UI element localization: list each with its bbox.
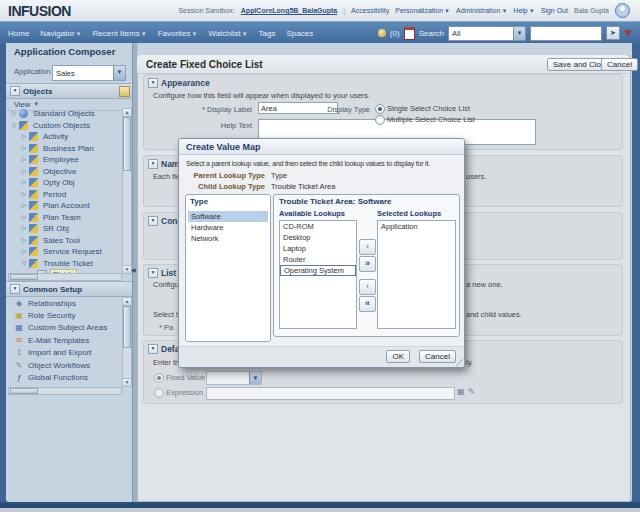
tree-item-opty-obj[interactable]: ▷ Opty Obj: [8, 177, 122, 189]
type-item-network[interactable]: Network: [188, 233, 268, 244]
tree-item-custom-objects[interactable]: ▽ Custom Objects: [8, 120, 122, 132]
nav-favorites[interactable]: Favorites▼: [158, 29, 198, 38]
expand-icon[interactable]: ▷: [20, 143, 28, 155]
edit-icon[interactable]: ✎: [468, 387, 475, 396]
sidebar-item-role-security[interactable]: ▣ Role Security: [6, 309, 120, 321]
scrollbar-thumb[interactable]: [10, 274, 38, 280]
collapse-panel-icon[interactable]: ◀: [131, 266, 136, 273]
tree-item-trouble-ticket[interactable]: ▽ Trouble Ticket: [8, 258, 122, 270]
scroll-down-icon[interactable]: ▼: [123, 265, 131, 273]
setup-vertical-scrollbar[interactable]: ▲ ▼: [122, 297, 132, 387]
nav-tags[interactable]: Tags: [259, 29, 276, 38]
expression-radio[interactable]: [154, 388, 164, 398]
collapse-icon[interactable]: ▼: [148, 159, 158, 169]
tree-item-service-request[interactable]: ▷ Service Request: [8, 246, 122, 258]
notifications-bell-icon[interactable]: [378, 29, 386, 37]
scrollbar-thumb[interactable]: [10, 388, 38, 394]
single-select-label[interactable]: Single Select Choice List: [387, 104, 470, 113]
cancel-button[interactable]: Cancel: [601, 58, 638, 71]
list-item-application[interactable]: Application: [378, 221, 455, 232]
list-item-operating-system[interactable]: Operating System: [280, 265, 356, 276]
tree-item-sales-tool[interactable]: ▷ Sales Tool: [8, 235, 122, 247]
tree-item-period[interactable]: ▷ Period: [8, 189, 122, 201]
tree-vertical-scrollbar[interactable]: ▲ ▼: [122, 108, 132, 274]
fixed-value-select[interactable]: ▼: [206, 371, 262, 385]
chevron-down-icon[interactable]: ▼: [113, 66, 125, 80]
collapse-icon[interactable]: ▼: [148, 78, 158, 88]
chevron-down-icon[interactable]: ▼: [513, 27, 525, 40]
common-setup-section-header[interactable]: ▼ Common Setup: [6, 281, 136, 297]
nav-navigator[interactable]: Navigator▼: [40, 29, 81, 38]
search-go-icon[interactable]: ➤: [606, 26, 620, 40]
sidebar-item-object-workflows[interactable]: ✎ Object Workflows: [6, 359, 120, 371]
expand-icon[interactable]: ▷: [10, 108, 18, 120]
appearance-header[interactable]: ▼ Appearance: [148, 78, 210, 88]
nav-watchlist[interactable]: Watchlist▼: [209, 29, 248, 38]
scroll-down-icon[interactable]: ▼: [123, 378, 131, 386]
sidebar-item-import-export[interactable]: ↥ Import and Export: [6, 347, 120, 359]
expand-icon[interactable]: ▷: [20, 223, 28, 235]
scroll-up-icon[interactable]: ▲: [123, 298, 131, 306]
remove-all-icon[interactable]: «: [359, 296, 376, 312]
sidebar-item-relationships[interactable]: ◈ Relationships: [6, 297, 120, 309]
scroll-up-icon[interactable]: ▲: [123, 109, 131, 117]
new-object-icon[interactable]: [119, 86, 130, 97]
selected-lookups-list[interactable]: Application: [377, 220, 456, 329]
expand-icon[interactable]: ▷: [20, 235, 28, 247]
expand-icon[interactable]: ▷: [20, 212, 28, 224]
search-input[interactable]: [530, 26, 602, 41]
sidebar-item-global-functions[interactable]: ƒ Global Functions: [6, 371, 120, 383]
search-scope-select[interactable]: All ▼: [448, 26, 526, 41]
tree-item-objective[interactable]: ▷ Objective: [8, 166, 122, 178]
setup-horizontal-scrollbar[interactable]: [8, 387, 122, 395]
nav-home[interactable]: Home: [8, 29, 29, 38]
tree-item-plan-team[interactable]: ▷ Plan Team: [8, 212, 122, 224]
objects-section-header[interactable]: ▼ Objects: [6, 83, 136, 99]
fixed-value-label[interactable]: Fixed Value: [166, 373, 205, 382]
accessibility-link[interactable]: Accessibility: [351, 7, 389, 14]
list-item-desktop[interactable]: Desktop: [280, 232, 356, 243]
expand-icon[interactable]: ▷: [20, 154, 28, 166]
collapse-icon[interactable]: ▼: [10, 86, 20, 96]
help-menu[interactable]: Help▼: [513, 7, 534, 14]
advanced-search-icon[interactable]: [624, 30, 632, 36]
scrollbar-thumb[interactable]: [123, 117, 131, 171]
fixed-value-radio[interactable]: [154, 373, 164, 383]
dialog-title-bar[interactable]: Create Value Map: [179, 139, 464, 155]
list-item-laptop[interactable]: Laptop: [280, 243, 356, 254]
move-all-icon[interactable]: »: [359, 256, 376, 272]
tree-item-standard-objects[interactable]: ▷ Standard Objects: [8, 108, 122, 120]
sidebar-item-custom-subject-areas[interactable]: ▦ Custom Subject Areas: [6, 322, 120, 334]
scrollbar-thumb[interactable]: [123, 306, 131, 348]
chevron-down-icon[interactable]: ▼: [249, 372, 261, 384]
tree-item-employee[interactable]: ▷ Employee: [8, 154, 122, 166]
person-icon[interactable]: [615, 3, 630, 18]
collapse-icon[interactable]: ▽: [10, 120, 18, 132]
tree-item-activity[interactable]: ▷ Activity: [8, 131, 122, 143]
tree-item-plan-account[interactable]: ▷ Plan Account: [8, 200, 122, 212]
sign-out-link[interactable]: Sign Out: [541, 7, 568, 14]
calendar-icon[interactable]: [404, 27, 415, 40]
single-select-radio[interactable]: [375, 104, 385, 114]
nav-spaces[interactable]: Spaces: [287, 29, 314, 38]
sidebar-item-email-templates[interactable]: ✉ E-Mail Templates: [6, 334, 120, 346]
ok-button[interactable]: OK: [386, 350, 410, 363]
nav-recent-items[interactable]: Recent Items▼: [93, 29, 147, 38]
list-item-cdrom[interactable]: CD-ROM: [280, 221, 356, 232]
multiple-select-label[interactable]: Multiple Select Choice List: [387, 115, 475, 124]
administration-menu[interactable]: Administration▼: [456, 7, 507, 14]
expression-editor-icon[interactable]: ▦: [457, 387, 465, 396]
expand-icon[interactable]: ▷: [20, 131, 28, 143]
expand-icon[interactable]: ▷: [20, 177, 28, 189]
move-icon[interactable]: ›: [359, 239, 376, 255]
type-item-software[interactable]: Software: [188, 211, 268, 222]
expand-icon[interactable]: ▷: [20, 189, 28, 201]
dialog-cancel-button[interactable]: Cancel: [419, 350, 456, 363]
remove-icon[interactable]: ‹: [359, 279, 376, 295]
collapse-icon[interactable]: ▽: [20, 258, 28, 270]
tree-horizontal-scrollbar[interactable]: [8, 273, 122, 281]
type-item-hardware[interactable]: Hardware: [188, 222, 268, 233]
expand-icon[interactable]: ▷: [20, 246, 28, 258]
personalization-menu[interactable]: Personalization▼: [395, 7, 450, 14]
tree-item-sr-obj[interactable]: ▷ SR Obj: [8, 223, 122, 235]
